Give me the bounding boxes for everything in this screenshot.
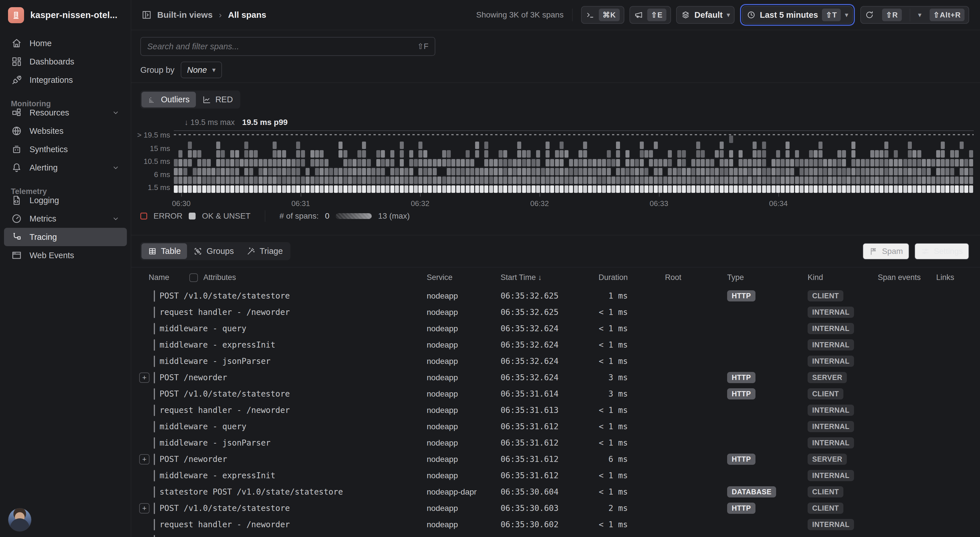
span-duration: < 1 ms — [581, 471, 628, 480]
span-start-time: 06:35:32.625 — [501, 308, 581, 317]
table-row[interactable]: + POST /neworder nodeapp 06:35:32.624 3 … — [140, 370, 980, 386]
heatmap-cell — [273, 177, 277, 184]
table-row[interactable]: + POST /neworder nodeapp 06:35:31.612 6 … — [140, 451, 980, 467]
time-range-dropdown[interactable]: Last 5 minutes ⇧T ▾ — [742, 6, 853, 24]
chart-section: OutliersRED ↓ 19.5 ms max 19.5 ms p99 > … — [131, 83, 980, 235]
sidebar-item-web-events[interactable]: Web Events — [4, 246, 127, 265]
heatmap-cell — [207, 185, 211, 193]
refresh-options-chevron-icon[interactable]: ▾ — [918, 11, 921, 19]
heatmap-cell — [178, 150, 183, 158]
table-row[interactable]: statestore POST /v1.0/state/statestore n… — [140, 484, 980, 500]
table-row[interactable]: middleware - jsonParser nodeapp 06:35:32… — [140, 353, 980, 370]
column-header-span-events[interactable]: Span events — [845, 273, 929, 282]
heatmap-cell — [385, 177, 390, 184]
spans-tab-table[interactable]: Table — [142, 243, 187, 259]
heatmap-cell — [885, 168, 888, 175]
heatmap-cell — [865, 177, 869, 184]
heatmap-cell — [301, 177, 305, 184]
announcements-button[interactable]: ⇧E — [630, 6, 671, 24]
heatmap-cell — [565, 150, 568, 158]
column-header-start-time[interactable]: Start Time ↓ — [501, 273, 581, 282]
table-row[interactable]: request handler - /neworder nodeapp 06:3… — [140, 516, 980, 533]
table-row[interactable]: middleware - expressInit nodeapp 06:35:3… — [140, 467, 980, 484]
user-avatar[interactable] — [8, 508, 32, 532]
span-name: POST /neworder — [140, 373, 227, 382]
kind-badge: CLIENT — [808, 290, 843, 301]
heatmap-cell — [941, 168, 945, 175]
spam-button[interactable]: Spam — [862, 243, 909, 260]
table-row[interactable]: middleware - query nodeapp 06:35:31.612 … — [140, 418, 980, 435]
column-header-name[interactable]: Name — [140, 273, 169, 282]
duration-heatmap[interactable]: > 19.5 ms15 ms10.5 ms6 ms1.5 ms — [174, 131, 974, 193]
heatmap-cell — [588, 168, 592, 175]
heatmap-cell — [644, 150, 648, 158]
column-header-attributes[interactable]: Attributes — [203, 273, 236, 282]
heatmap-cell — [912, 168, 916, 175]
span-service: nodeapp — [427, 292, 501, 301]
column-header-links[interactable]: Links — [929, 273, 980, 282]
chart-tab-red[interactable]: RED — [196, 92, 239, 107]
table-row[interactable]: middleware - expressInit nodeapp 06:35:3… — [140, 337, 980, 353]
heatmap-cell — [837, 159, 842, 166]
heatmap-cell — [362, 150, 366, 158]
heatmap-cell — [611, 159, 616, 166]
heatmap-cell — [781, 185, 785, 193]
expand-row-button[interactable]: + — [139, 454, 150, 465]
table-row[interactable]: request handler - /neworder nodeapp 06:3… — [140, 304, 980, 320]
span-service: nodeapp — [427, 406, 501, 415]
view-selector-dropdown[interactable]: Default ▾ — [676, 6, 735, 24]
column-header-type[interactable]: Type — [685, 273, 765, 282]
heatmap-cell — [757, 177, 761, 184]
spans-tab-groups[interactable]: Groups — [187, 243, 240, 259]
table-row[interactable]: request handler - /neworder nodeapp 06:3… — [140, 402, 980, 418]
sidebar-item-metrics[interactable]: Metrics — [4, 209, 127, 228]
heatmap-cell — [955, 159, 959, 166]
heatmap-cell — [842, 177, 846, 184]
heatmap-cell — [818, 142, 822, 149]
table-row[interactable]: middleware - jsonParser nodeapp 06:35:31… — [140, 435, 980, 451]
table-row[interactable]: POST /v1.0/state/statestore nodeapp 06:3… — [140, 386, 980, 402]
column-header-duration[interactable]: Duration — [581, 273, 628, 282]
spans-table-body: POST /v1.0/state/statestore nodeapp 06:3… — [131, 288, 980, 533]
heatmap-cell — [188, 159, 192, 166]
sidebar-item-alerting[interactable]: Alerting — [4, 158, 127, 177]
refresh-icon[interactable] — [865, 10, 874, 19]
expand-row-button[interactable]: + — [139, 373, 150, 383]
column-header-service[interactable]: Service — [427, 273, 501, 282]
heatmap-cell — [851, 168, 856, 175]
sidebar-item-synthetics[interactable]: Synthetics — [4, 140, 127, 158]
sidebar-item-home[interactable]: Home — [4, 34, 127, 53]
refresh-button-group: ⇧R ▾ ⇧Alt+R — [860, 6, 969, 24]
sidebar-item-label: Web Events — [30, 251, 74, 260]
column-header-root[interactable]: Root — [628, 273, 685, 282]
sidebar-item-integrations[interactable]: Integrations — [4, 71, 127, 89]
span-type: HTTP — [685, 454, 765, 465]
heatmap-cell — [969, 168, 973, 175]
sidebar-item-dashboards[interactable]: Dashboards — [4, 53, 127, 71]
chart-tab-outliers[interactable]: Outliers — [142, 92, 196, 107]
workspace-header[interactable]: kasper-nissen-otel... — [0, 0, 131, 30]
search-input[interactable] — [147, 42, 413, 51]
table-row[interactable]: middleware - query nodeapp 06:35:32.624 … — [140, 320, 980, 337]
heatmap-cell — [273, 159, 277, 166]
sidebar-item-websites[interactable]: Websites — [4, 122, 127, 140]
group-by-dropdown[interactable]: None ▾ — [181, 62, 222, 78]
heatmap-cell — [809, 159, 813, 166]
command-palette-button[interactable]: ⌘K — [581, 6, 624, 24]
sidebar-item-tracing[interactable]: Tracing — [4, 228, 127, 246]
heatmap-cell — [931, 185, 935, 193]
spans-tab-triage[interactable]: Triage — [240, 243, 289, 259]
expand-row-button[interactable]: + — [139, 503, 150, 513]
heatmap-cell — [202, 177, 206, 184]
heatmap-cell — [296, 177, 300, 184]
attributes-checkbox[interactable] — [189, 273, 198, 282]
settings-button[interactable]: Settings — [915, 243, 969, 260]
heatmap-cell — [762, 168, 766, 175]
heatmap-cell — [960, 168, 964, 175]
span-service: nodeapp — [427, 389, 501, 398]
table-row[interactable]: + POST /v1.0/state/statestore nodeapp 06… — [140, 500, 980, 516]
heatmap-cell — [433, 177, 437, 184]
breadcrumb-section[interactable]: Built-in views — [157, 10, 213, 20]
table-row[interactable]: POST /v1.0/state/statestore nodeapp 06:3… — [140, 288, 980, 304]
column-header-kind[interactable]: Kind — [765, 273, 845, 282]
